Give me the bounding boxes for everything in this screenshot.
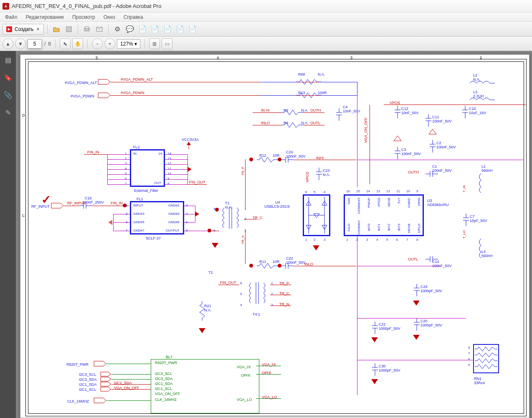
- u3-l-inhi: INHI: [347, 198, 351, 204]
- create-label: Создать: [15, 26, 34, 32]
- menu-view[interactable]: Просмотр: [69, 13, 99, 21]
- separator: [144, 39, 145, 48]
- gear-button[interactable]: ⚙: [112, 24, 123, 35]
- wire: [256, 366, 281, 366]
- comment-button[interactable]: 💬: [124, 24, 135, 35]
- net-fin-out-t2: FIN_OUT: [220, 280, 236, 285]
- separator: [55, 39, 56, 48]
- tool-button-2[interactable]: 📄: [162, 24, 173, 35]
- c29-ref: C29: [421, 285, 428, 289]
- wire: [64, 206, 79, 206]
- attachments-icon[interactable]: 📎: [3, 90, 13, 99]
- net-inhi2: INHI: [316, 156, 324, 160]
- fl2-ref: FL2: [133, 145, 140, 149]
- wire: [270, 306, 291, 306]
- document-area[interactable]: 5 4 3 2 D C ✓ #VGA_PDWN_ALT #VGA_PDWN_AL…: [16, 51, 532, 418]
- bus: [357, 318, 466, 319]
- bookmarks-icon[interactable]: 🔖: [3, 73, 13, 82]
- bl7-ref: BL7: [166, 355, 172, 359]
- select-tool-button[interactable]: ⬉: [60, 38, 71, 49]
- page-up-button[interactable]: ▲: [3, 38, 13, 49]
- u3-l-vpos: VPOS: [377, 198, 381, 207]
- u3-l-cmdc: CMDC: [407, 198, 411, 208]
- port-r820t-pwr: R820T_PWR: [66, 362, 89, 367]
- zoom-out-button[interactable]: −: [92, 38, 103, 49]
- net-fin-out-top: FIN_OUT: [189, 180, 205, 184]
- wire: [270, 285, 291, 285]
- fl2-pin14l: 14: [158, 152, 162, 155]
- bus: [357, 95, 357, 187]
- lbl-clk-16mhz: CLK_16MHZ: [155, 398, 177, 402]
- svg-marker-95: [94, 398, 106, 403]
- u3-lb-comm2: COMM#2: [357, 220, 361, 234]
- rn1-p8: 8: [468, 346, 470, 349]
- lbl-i2c1-scl: I2C1_SCL: [155, 387, 172, 391]
- junction-dot: [278, 158, 281, 161]
- page-down-button[interactable]: ▼: [15, 38, 26, 49]
- fl2-pin5: 5: [125, 172, 127, 176]
- fit-width-button[interactable]: ⊞: [149, 38, 160, 49]
- t4-p3: 3: [271, 303, 273, 307]
- rn1-p7: 7: [468, 352, 470, 355]
- r21-ref: R21: [204, 304, 211, 308]
- fl2-pin11: 11: [167, 167, 171, 171]
- tool-button-3[interactable]: 📄: [175, 24, 185, 35]
- junction-dot: [278, 264, 281, 268]
- tool-button-1[interactable]: 📄: [149, 24, 160, 35]
- page-number-input[interactable]: [28, 39, 42, 48]
- c22-ref: C22: [286, 256, 293, 260]
- wire: [111, 374, 151, 375]
- rn1-ref: RN1: [474, 377, 481, 381]
- menu-file[interactable]: Файл: [2, 13, 21, 21]
- wire: [113, 222, 130, 223]
- svg-marker-5: [98, 93, 110, 98]
- l1-val: 560nH: [481, 168, 493, 173]
- create-button[interactable]: ▸ Создать ▼: [3, 24, 44, 35]
- menu-help[interactable]: Справка: [120, 13, 147, 21]
- rn1-p6: 6: [468, 357, 470, 361]
- save-button[interactable]: [63, 24, 74, 35]
- net-outh2: OUTH: [408, 170, 419, 174]
- wire: [245, 230, 246, 264]
- fit-page-button[interactable]: ▭: [162, 38, 172, 49]
- wire: [184, 222, 195, 223]
- junction-dot: [208, 229, 211, 232]
- net-thi: T_HI: [462, 185, 466, 192]
- r88-val: N.A.: [318, 72, 325, 76]
- print-button[interactable]: [81, 24, 92, 35]
- ruler-row-d: D: [22, 113, 25, 117]
- t2-ref: T2: [208, 270, 213, 275]
- c29-val: 1000pF_50V: [421, 289, 442, 293]
- u4-p3: 3: [324, 238, 325, 242]
- lbl-i2c3-scl: I2C3_SCL: [155, 372, 172, 376]
- net-inhi: IN HI: [261, 108, 270, 112]
- net-vga-pdwn: #VGA_PDWN: [121, 91, 144, 95]
- svg-marker-4: [98, 79, 110, 84]
- stamp-button[interactable]: 📄: [137, 24, 148, 35]
- signatures-icon[interactable]: ✎: [3, 108, 13, 117]
- email-button[interactable]: [94, 24, 105, 35]
- open-button[interactable]: [51, 24, 62, 35]
- svg-marker-33: [51, 203, 63, 208]
- ruler-row-c: C: [22, 214, 25, 218]
- wire: [165, 159, 187, 160]
- lbl-i2c3-sda: I2C3_SDA: [155, 377, 173, 381]
- tool-button-4[interactable]: 📄: [187, 24, 198, 35]
- fl2-pin6: 6: [125, 177, 127, 181]
- lbl-vga-on-off: VGA_ON_OFF: [155, 392, 180, 396]
- fl1-in: INPUT: [133, 204, 143, 207]
- t2-p6: 6: [240, 281, 242, 285]
- gnd-icon: [413, 335, 420, 340]
- zoom-value[interactable]: 127% ▾: [117, 39, 140, 48]
- net-outl2: OUTL: [408, 257, 418, 261]
- wire: [106, 364, 151, 364]
- menu-edit[interactable]: Редактирование: [23, 13, 67, 21]
- menu-window[interactable]: Окно: [100, 13, 119, 21]
- c16-ref: C16: [85, 196, 92, 200]
- zoom-in-button[interactable]: +: [104, 38, 115, 49]
- thumbnails-icon[interactable]: ▤: [3, 55, 13, 64]
- t4-symbol: [243, 280, 271, 310]
- hand-tool-button[interactable]: ✋: [72, 38, 83, 49]
- wire: [304, 125, 324, 125]
- c30-val: 1000pF_50V: [379, 368, 400, 372]
